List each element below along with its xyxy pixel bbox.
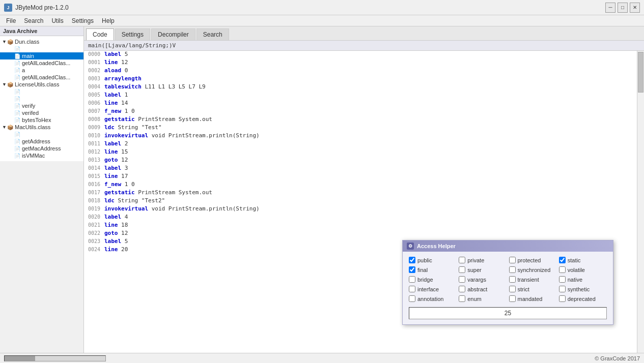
indent-spacer [2,67,9,73]
maximize-button[interactable]: □ [618,3,628,13]
menu-item-file[interactable]: File [2,16,20,25]
checkbox-enum[interactable] [459,295,465,302]
checkbox-mandated[interactable] [509,295,516,302]
tab-settings[interactable]: Settings [115,28,150,40]
checkbox-item-varargs[interactable]: varargs [459,276,507,283]
menu-item-utils[interactable]: Utils [47,16,67,25]
checkbox-item-native[interactable]: native [559,276,607,283]
tree-item-init2[interactable]: 📄 [0,95,83,102]
tab-decompiler[interactable]: Decompiler [151,28,195,40]
checkbox-final[interactable] [409,266,415,273]
checkbox-annotation[interactable] [409,295,415,302]
tab-search[interactable]: Search [197,28,229,40]
line-number: 0023 [86,238,104,244]
expand-icon[interactable]: ▼ [2,82,7,87]
line-content: invokevirtual void PrintStream.println(S… [104,205,260,212]
node-label: Dun.class [15,39,39,45]
checkbox-abstract[interactable] [459,286,465,292]
checkbox-synchronized[interactable] [509,266,516,273]
checkbox-synthetic[interactable] [559,286,566,292]
line-content: tableswitch L11 L1 L3 L5 L7 L9 [104,83,206,90]
tree-item-verify[interactable]: 📄verify [0,102,83,109]
expand-icon[interactable]: ▼ [2,125,7,130]
tree-item-init3[interactable]: 📄 [0,131,83,138]
method-header: main([Ljava/lang/String;)V [84,41,644,51]
checkbox-protected[interactable] [509,257,516,263]
checkbox-item-abstract[interactable]: abstract [459,286,507,292]
menu-item-settings[interactable]: Settings [68,16,98,25]
checkbox-label-mandated: mandated [518,296,543,302]
expand-placeholder [9,75,14,80]
checkbox-public[interactable] [409,257,415,263]
tree-item-bytesToHex[interactable]: 📄bytesToHex [0,116,83,124]
checkbox-bridge[interactable] [409,276,415,283]
line-content: label 5 [104,238,128,245]
tree-item-a[interactable]: 📄a [0,67,83,74]
code-line: 0017getstatic PrintStream System.out [84,189,644,197]
tree-item-license-class[interactable]: ▼📦LicenseUtils.class [0,81,83,88]
tree-item-getall1[interactable]: 📄getAllLoadedClas... [0,59,83,67]
tree-item-clinit[interactable]: 📄 [0,45,83,52]
checkbox-item-annotation[interactable]: annotation [409,295,457,302]
status-bar: © GraxCode 2017 [0,353,644,363]
tree-item-clinit2[interactable]: 📄 [0,88,83,95]
line-number: 0016 [86,182,104,187]
checkbox-item-strict[interactable]: strict [509,286,557,292]
node-icon: 📦 [7,82,13,87]
checkbox-item-mandated[interactable]: mandated [509,295,557,302]
tree-item-main[interactable]: 📄main [0,52,83,59]
checkbox-item-synthetic[interactable]: synthetic [559,286,607,292]
tree-item-getall2[interactable]: 📄getAllLoadedClas... [0,74,83,81]
checkbox-item-private[interactable]: private [459,257,507,263]
node-label: LicenseUtils.class [15,81,59,87]
checkbox-item-public[interactable]: public [409,257,457,263]
code-line: 0019invokevirtual void PrintStream.print… [84,205,644,214]
checkbox-transient[interactable] [509,276,516,283]
tree-item-isVMMac[interactable]: 📄isVMMac [0,152,83,159]
menu-item-search[interactable]: Search [20,16,47,25]
checkbox-item-protected[interactable]: protected [509,257,557,263]
menu-item-help[interactable]: Help [98,16,119,25]
checkbox-item-synchronized[interactable]: synchronized [509,266,557,273]
tree-item-getAddress[interactable]: 📄getAddress [0,138,83,145]
checkbox-item-final[interactable]: final [409,266,457,273]
close-button[interactable]: ✕ [630,3,640,13]
tree-item-mac-class[interactable]: ▼📦MacUtils.class [0,124,83,131]
checkbox-strict[interactable] [509,286,516,292]
checkbox-item-bridge[interactable]: bridge [409,276,457,283]
checkbox-static[interactable] [559,257,566,263]
status-scroll[interactable] [4,355,106,361]
checkbox-item-static[interactable]: static [559,257,607,263]
checkbox-item-super[interactable]: super [459,266,507,273]
checkbox-native[interactable] [559,276,566,283]
indent-spacer [2,103,9,109]
copyright-text: © GraxCode 2017 [595,355,640,361]
checkbox-item-enum[interactable]: enum [459,295,507,302]
line-number: 0007 [86,108,104,114]
line-number: 0008 [86,116,104,122]
line-content: invokevirtual void PrintStream.println(S… [104,132,260,139]
node-icon: 📄 [14,68,20,73]
expand-placeholder [9,132,14,137]
indent-spacer [2,145,9,152]
checkbox-super[interactable] [459,266,465,273]
checkbox-private[interactable] [459,257,465,263]
scrollbar-thumb[interactable] [638,52,643,93]
checkbox-volatile[interactable] [559,266,566,273]
checkbox-varargs[interactable] [459,276,465,283]
checkbox-item-volatile[interactable]: volatile [559,266,607,273]
expand-placeholder [9,153,14,158]
checkbox-deprecated[interactable] [559,295,566,302]
tree-item-getMacAddress[interactable]: 📄getMacAddress [0,145,83,152]
scrollbar-track[interactable] [637,51,644,353]
minimize-button[interactable]: ─ [605,3,615,13]
tree-item-dun-class[interactable]: ▼📦Dun.class [0,38,83,45]
expand-placeholder [9,146,14,151]
checkbox-item-interface[interactable]: interface [409,286,457,292]
tab-code[interactable]: Code [86,28,114,40]
checkbox-interface[interactable] [409,286,415,292]
checkbox-item-deprecated[interactable]: deprecated [559,295,607,302]
expand-icon[interactable]: ▼ [2,39,7,44]
checkbox-item-transient[interactable]: transient [509,276,557,283]
tree-item-verifed[interactable]: 📄verifed [0,109,83,116]
